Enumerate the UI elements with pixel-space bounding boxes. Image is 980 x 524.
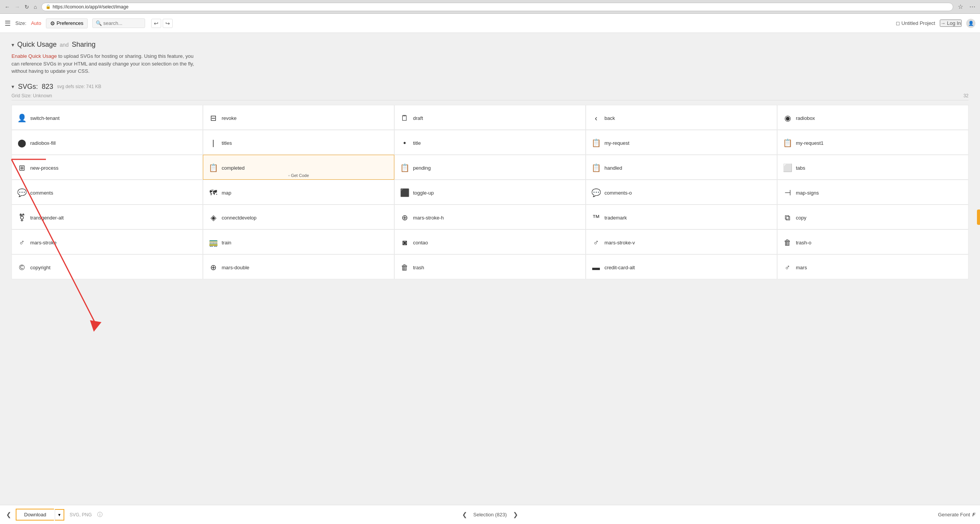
forward-button[interactable]: →: [13, 3, 21, 11]
contao-glyph: ◙: [400, 238, 409, 247]
icon-item-title[interactable]: •title: [394, 130, 586, 155]
mars-glyph: ♂: [783, 263, 792, 272]
grid-size-bar: Grid Size: Unknown 32: [11, 93, 969, 100]
icon-item-copy[interactable]: ⧉copy: [777, 205, 969, 229]
connectdevelop-label: connectdevelop: [222, 215, 256, 221]
icon-item-draft[interactable]: 🗒draft: [394, 105, 586, 130]
toggle-up-glyph: ⬛: [400, 188, 409, 197]
login-icon: →: [941, 20, 946, 26]
my-request1-glyph: 📋: [783, 138, 792, 147]
size-auto-link[interactable]: Auto: [31, 20, 41, 26]
icon-item-switch-tenant[interactable]: 👤switch-tenant: [11, 105, 203, 130]
map-glyph: 🗺: [209, 188, 218, 197]
browser-nav-buttons: ← → ↻ ⌂: [3, 3, 38, 11]
copy-label: copy: [796, 215, 806, 221]
icon-item-trademark[interactable]: ™trademark: [586, 205, 777, 229]
icon-item-revoke[interactable]: ⊟revoke: [203, 105, 394, 130]
back-button[interactable]: ←: [3, 3, 11, 11]
icon-item-radiobox-fill[interactable]: ⬤radiobox-fill: [11, 130, 203, 155]
icon-item-connectdevelop[interactable]: ◈connectdevelop: [203, 205, 394, 229]
pending-glyph: 📋: [400, 163, 409, 172]
my-request-label: my-request: [604, 140, 629, 146]
preferences-button[interactable]: ⚙ Preferences: [46, 18, 88, 28]
undo-button[interactable]: ↩: [151, 19, 161, 28]
icon-item-mars-stroke[interactable]: ♂mars-stroke: [11, 229, 203, 254]
icon-item-mars-stroke-h[interactable]: ⊕mars-stroke-h: [394, 205, 586, 229]
icon-item-toggle-up[interactable]: ⬛toggle-up: [394, 180, 586, 205]
draft-label: draft: [413, 115, 423, 121]
contao-label: contao: [413, 240, 428, 246]
map-signs-glyph: ⊣: [783, 188, 792, 197]
icon-item-map[interactable]: 🗺map: [203, 180, 394, 205]
trademark-glyph: ™: [591, 213, 601, 222]
icon-item-contao[interactable]: ◙contao: [394, 229, 586, 254]
url-bar[interactable]: 🔒 https://icomoon.io/app/#/select/image: [41, 3, 953, 11]
comments-o-label: comments-o: [604, 190, 632, 196]
quick-usage-sharing: Sharing: [72, 41, 95, 49]
mars-label: mars: [796, 265, 807, 270]
icon-item-pending[interactable]: 📋pending: [394, 155, 586, 180]
icon-item-completed[interactable]: 📋completed◦ Get Code: [203, 155, 394, 180]
map-label: map: [222, 190, 231, 196]
mars-stroke-h-label: mars-stroke-h: [413, 215, 444, 221]
icon-item-copyright[interactable]: ©copyright: [11, 254, 203, 279]
icon-item-trash-o[interactable]: 🗑trash-o: [777, 229, 969, 254]
my-request-glyph: 📋: [591, 138, 601, 147]
icon-item-comments-o[interactable]: 💬comments-o: [586, 180, 777, 205]
credit-card-alt-glyph: ▬: [591, 263, 601, 272]
login-button[interactable]: → Log In: [940, 20, 962, 27]
radiobox-fill-label: radiobox-fill: [30, 140, 56, 146]
icon-item-credit-card-alt[interactable]: ▬credit-card-alt: [586, 254, 777, 279]
url-text: https://icomoon.io/app/#/select/image: [52, 4, 128, 10]
mars-stroke-glyph: ♂: [17, 238, 26, 247]
icon-item-new-process[interactable]: ⊞new-process: [11, 155, 203, 180]
icon-item-trash[interactable]: 🗑trash: [394, 254, 586, 279]
icon-item-tabs[interactable]: ⬜tabs: [777, 155, 969, 180]
quick-usage-header[interactable]: ▾ Quick Usage and Sharing: [11, 41, 969, 49]
revoke-glyph: ⊟: [209, 113, 218, 123]
icon-item-mars-stroke-v[interactable]: ♂mars-stroke-v: [586, 229, 777, 254]
icon-item-train[interactable]: 🚃train: [203, 229, 394, 254]
redo-button[interactable]: ↪: [163, 19, 173, 28]
svgs-toggle-icon[interactable]: ▾: [11, 84, 14, 90]
mars-stroke-v-glyph: ♂: [591, 238, 601, 247]
avatar: 👤: [966, 19, 975, 28]
more-button[interactable]: ⋯: [968, 2, 977, 11]
icon-item-transgender-alt[interactable]: ⚧transgender-alt: [11, 205, 203, 229]
icon-item-handled[interactable]: 📋handled: [586, 155, 777, 180]
gear-icon: ⚙: [50, 20, 55, 26]
train-glyph: 🚃: [209, 238, 218, 247]
titles-glyph: |: [209, 139, 218, 147]
icon-item-radiobox[interactable]: ◉radiobox: [777, 105, 969, 130]
icon-item-my-request[interactable]: 📋my-request: [586, 130, 777, 155]
trash-o-label: trash-o: [796, 240, 811, 246]
title-glyph: •: [400, 139, 409, 147]
mars-double-label: mars-double: [222, 265, 249, 270]
radiobox-glyph: ◉: [783, 113, 792, 123]
enable-quick-usage-link[interactable]: Enable Quick Usage: [11, 53, 57, 59]
pending-label: pending: [413, 165, 431, 171]
icon-item-titles[interactable]: |titles: [203, 130, 394, 155]
search-input[interactable]: [103, 20, 142, 26]
project-name: ◻ Untitled Project: [896, 20, 935, 26]
undo-redo-group: ↩ ↪: [151, 19, 173, 28]
svgs-defs-size: svg defs size: 741 KB: [57, 84, 101, 89]
my-request1-label: my-request1: [796, 140, 823, 146]
icon-item-mars[interactable]: ♂mars: [777, 254, 969, 279]
copyright-glyph: ©: [17, 263, 26, 272]
icon-item-back[interactable]: ‹back: [586, 105, 777, 130]
get-code-badge[interactable]: ◦ Get Code: [288, 173, 309, 178]
browser-right-actions: ☆ ⋯: [956, 2, 977, 11]
icon-item-comments[interactable]: 💬comments: [11, 180, 203, 205]
icon-item-mars-double[interactable]: ⊕mars-double: [203, 254, 394, 279]
completed-label: completed: [222, 165, 245, 171]
icon-item-map-signs[interactable]: ⊣map-signs: [777, 180, 969, 205]
title-label: title: [413, 140, 421, 146]
back-glyph: ‹: [591, 114, 601, 123]
bookmark-button[interactable]: ☆: [956, 2, 965, 11]
home-button[interactable]: ⌂: [32, 3, 38, 11]
menu-button[interactable]: ☰: [5, 19, 11, 28]
icon-item-my-request1[interactable]: 📋my-request1: [777, 130, 969, 155]
reload-button[interactable]: ↻: [23, 3, 31, 11]
get-code-dot: ◦: [288, 173, 290, 178]
